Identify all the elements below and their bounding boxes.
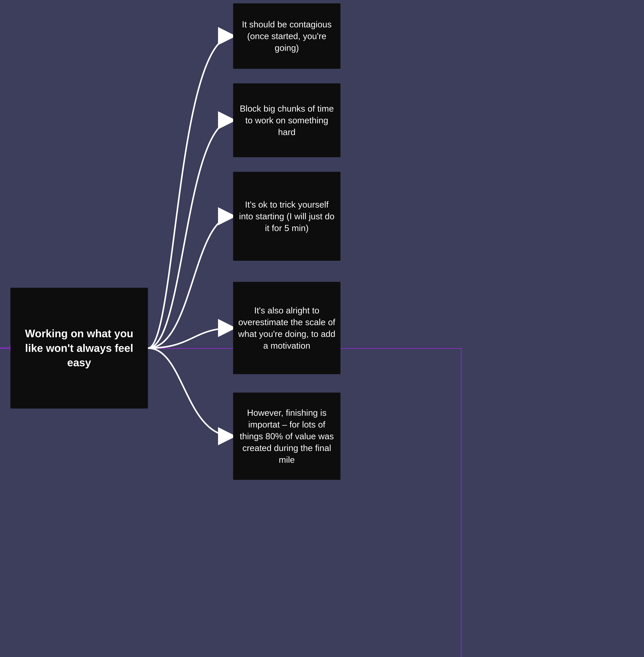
node-block-time: Block big chunks of time to work on some… (233, 83, 341, 157)
node-overestimate-text: It's also alright to overestimate the sc… (238, 304, 336, 352)
node-overestimate: It's also alright to overestimate the sc… (233, 282, 341, 374)
node-contagious: It should be contagious (once started, y… (233, 3, 341, 69)
node-trick-yourself: It's ok to trick yourself into starting … (233, 172, 341, 261)
node-finishing-text: However, finishing is importat – for lot… (238, 407, 336, 466)
center-node-text: Working on what you like won't always fe… (15, 326, 143, 370)
vertical-axis-line (461, 348, 462, 657)
node-trick-yourself-text: It's ok to trick yourself into starting … (238, 199, 336, 234)
node-block-time-text: Block big chunks of time to work on some… (238, 103, 336, 138)
center-node: Working on what you like won't always fe… (10, 288, 148, 409)
node-contagious-text: It should be contagious (once started, y… (238, 19, 336, 54)
node-finishing: However, finishing is importat – for lot… (233, 392, 341, 480)
